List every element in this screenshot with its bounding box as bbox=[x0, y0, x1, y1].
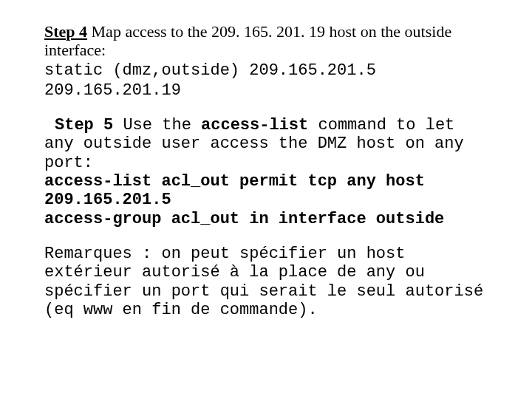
step5-cmdname: access-list bbox=[201, 116, 308, 134]
step4-paragraph: Step 4 Map access to the 209. 165. 201. … bbox=[44, 22, 488, 100]
step5-label: Step 5 bbox=[55, 116, 113, 134]
step5-command1: access-list acl_out permit tcp any host … bbox=[44, 172, 425, 209]
step4-label: Step 4 bbox=[44, 22, 87, 41]
step4-command: static (dmz,outside) 209.165.201.5 209.1… bbox=[44, 61, 376, 100]
step4-label-underline: Step 4 bbox=[44, 22, 87, 41]
step5-command2: access-group acl_out in interface outsid… bbox=[44, 210, 444, 228]
step4-desc: Map access to the 209. 165. 201. 19 host… bbox=[44, 22, 451, 59]
step5-use-the: Use the bbox=[113, 116, 201, 134]
step5-paragraph: Step 5 Use the access-list command to le… bbox=[44, 116, 488, 228]
document-page: Step 4 Map access to the 209. 165. 201. … bbox=[0, 0, 532, 319]
remarks-paragraph: Remarques : on peut spécifier un host ex… bbox=[44, 245, 488, 319]
